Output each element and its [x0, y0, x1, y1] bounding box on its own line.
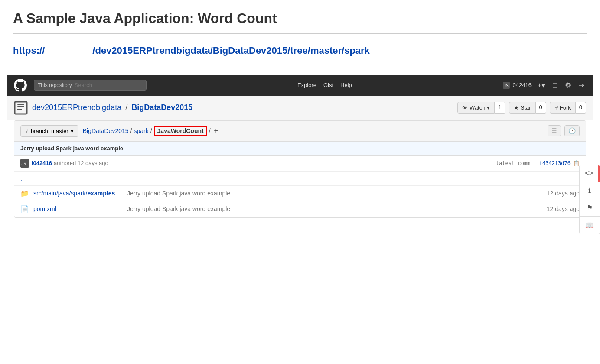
notifications-icon[interactable]: □ [551, 80, 559, 91]
github-search-wrapper: This repository [34, 80, 147, 91]
history-button[interactable]: 🕐 [564, 125, 580, 136]
file-browser-header-icons: ☰ 🕐 [548, 125, 580, 136]
issues-icon: ⚑ [587, 204, 593, 211]
github-logo-icon [14, 79, 27, 92]
repo-breadcrumb: dev2015ERPtrendbigdata / BigDataDev2015 [32, 103, 457, 112]
table-row: 📄 pom.xml Jerry upload Spark java word e… [14, 202, 586, 217]
plus-icon[interactable]: +▾ [536, 79, 547, 91]
file-name-link[interactable]: pom.xml [33, 205, 120, 212]
branch-chevron-icon: ▾ [71, 128, 74, 134]
svg-rect-5 [17, 109, 22, 110]
branch-label: branch: master [31, 128, 68, 134]
right-sidebar: <> ℹ ⚑ 📖 [579, 165, 600, 218]
repo-name-link[interactable]: BigDataDev2015 [131, 103, 192, 112]
fork-icon: ⑂ [554, 104, 558, 111]
author-meta: authored 12 days ago [54, 160, 108, 166]
breadcrumb-separator: / [125, 103, 127, 112]
watch-label: Watch [470, 104, 485, 111]
author-avatar: JS [20, 159, 29, 168]
sidebar-info-icon[interactable]: ℹ [580, 182, 600, 199]
nav-gist[interactable]: Gist [323, 82, 333, 88]
latest-commit-label: latest commit [496, 160, 537, 166]
list-view-button[interactable]: ☰ [548, 125, 561, 136]
watch-button[interactable]: 👁 Watch ▾ [457, 102, 495, 114]
settings-icon[interactable]: ⚙ [563, 79, 573, 91]
commit-hash-area: latest commit f4342f3d76 📋 [496, 160, 580, 166]
repo-url-link[interactable]: https:// /dev2015ERPtrendbigdata/BigData… [13, 45, 370, 56]
author-row: JS i042416 authored 12 days ago latest c… [14, 156, 586, 172]
branch-icon: ⑂ [25, 128, 29, 134]
fork-group: ⑂ Fork 0 [550, 102, 586, 114]
fork-count: 0 [576, 102, 586, 114]
star-group: ★ Star 0 [509, 102, 546, 114]
breadcrumb-plus[interactable]: + [214, 127, 218, 135]
file-time: 12 days ago [547, 205, 580, 212]
breadcrumb-root-link[interactable]: BigDataDev2015 [83, 127, 129, 134]
svg-text:JS: JS [21, 162, 26, 166]
user-avatar-icon: JS [503, 82, 510, 89]
navbar-nav-links: Explore Gist Help [153, 82, 496, 88]
file-commit-msg: Jerry upload Spark java word example [120, 190, 547, 197]
breadcrumb-sep2: / [150, 127, 152, 134]
star-count: 0 [536, 102, 546, 114]
repo-header: dev2015ERPtrendbigdata / BigDataDev2015 … [7, 96, 593, 120]
eye-icon: 👁 [462, 104, 468, 111]
file-time: 12 days ago [547, 190, 580, 197]
sidebar-code-icon[interactable]: <> [580, 165, 600, 182]
info-icon: ℹ [588, 187, 591, 194]
svg-text:JS: JS [504, 84, 509, 88]
signout-icon[interactable]: ⇥ [577, 79, 586, 91]
breadcrumb-sep1: / [130, 127, 132, 134]
star-label: Star [521, 104, 531, 111]
search-input[interactable] [75, 82, 135, 88]
folder-icon: 📁 [20, 189, 29, 198]
page-title: A Sample Java Application: Word Count [13, 10, 587, 26]
repo-actions: 👁 Watch ▾ 1 ★ Star 0 ⑂ Fork [457, 102, 586, 114]
navbar-right: JS i042416 +▾ □ ⚙ ⇥ [503, 79, 586, 91]
file-name-link[interactable]: src/main/java/spark/examples [33, 190, 120, 197]
breadcrumb-sep3: / [209, 127, 211, 134]
author-username-link[interactable]: i042416 [32, 160, 52, 166]
watch-group: 👁 Watch ▾ 1 [457, 102, 505, 114]
svg-rect-3 [17, 104, 24, 105]
file-commit-msg: Jerry upload Spark java word example [120, 205, 547, 212]
star-icon: ★ [514, 104, 519, 111]
github-navbar: This repository Explore Gist Help JS i04… [7, 75, 593, 96]
parent-dir-row[interactable]: .. [14, 172, 586, 186]
commit-message: Jerry upload Spark java word example [20, 145, 123, 152]
author-avatar-icon: JS [20, 159, 29, 168]
star-button[interactable]: ★ Star [509, 102, 536, 114]
code-icon: <> [585, 169, 593, 177]
commit-bar: Jerry upload Spark java word example [14, 142, 586, 156]
breadcrumb-folder-link[interactable]: spark [134, 127, 148, 134]
nav-help[interactable]: Help [340, 82, 352, 88]
repo-icon [14, 101, 28, 115]
svg-rect-4 [17, 106, 24, 107]
chevron-down-icon: ▾ [487, 104, 490, 111]
copy-commit-icon[interactable]: 📋 [573, 160, 580, 166]
commit-hash-link[interactable]: f4342f3d76 [539, 160, 571, 166]
repo-owner-link[interactable]: dev2015ERPtrendbigdata [32, 103, 121, 112]
fork-label: Fork [560, 104, 571, 111]
file-browser: ⑂ branch: master ▾ BigDataDev2015 / spar… [14, 120, 586, 218]
username-label: i042416 [512, 82, 532, 88]
file-breadcrumb: BigDataDev2015 / spark / JavaWordCount /… [83, 126, 543, 136]
branch-selector[interactable]: ⑂ branch: master ▾ [20, 125, 78, 137]
breadcrumb-current: JavaWordCount [154, 126, 207, 136]
table-row: 📁 src/main/java/spark/examples Jerry upl… [14, 186, 586, 202]
watch-count: 1 [495, 102, 505, 114]
fork-button[interactable]: ⑂ Fork [550, 102, 576, 114]
parent-dir-label: .. [20, 175, 24, 182]
nav-explore[interactable]: Explore [297, 82, 316, 88]
sidebar-issues-icon[interactable]: ⚑ [580, 199, 600, 217]
sidebar-wiki-icon[interactable]: 📖 [580, 217, 600, 218]
file-browser-header: ⑂ branch: master ▾ BigDataDev2015 / spar… [14, 121, 586, 142]
search-label: This repository [38, 82, 72, 88]
user-badge[interactable]: JS i042416 [503, 82, 532, 89]
file-icon: 📄 [20, 205, 29, 213]
